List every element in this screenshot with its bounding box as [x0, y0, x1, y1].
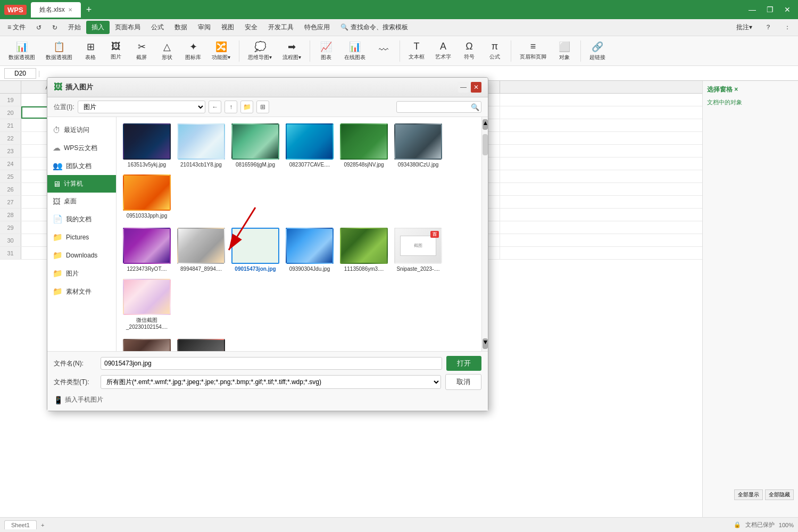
sidebar-downloads[interactable]: 📁 Downloads — [47, 246, 116, 264]
sidebar-pictures[interactable]: 📁 Pictures — [47, 228, 116, 246]
filename-row: 文件名(N): 打开 — [54, 356, 481, 371]
scroll-up-btn[interactable]: ▲ — [483, 119, 488, 130]
file-thumb-12 — [340, 228, 388, 264]
phone-insert-btn[interactable]: 📱 插入手机图片 — [54, 395, 103, 404]
sidebar-materials[interactable]: 📁 素材文件 — [47, 282, 116, 301]
file-item-10[interactable]: 09015473jon.jpg — [231, 228, 279, 272]
sidebar-wps-cloud-label: WPS云文档 — [64, 144, 97, 153]
file-thumb-15 — [123, 339, 171, 351]
location-select[interactable]: 图片 — [78, 101, 206, 113]
file-item-5[interactable]: 0928548sjNV.jpg — [340, 123, 388, 168]
dialog-scrollbar[interactable]: ▲ ▼ — [481, 117, 488, 351]
file-item-6[interactable]: 0934380lCzU.jpg — [394, 123, 442, 168]
sidebar-computer[interactable]: 🖥 计算机 — [47, 175, 116, 193]
file-grid[interactable]: 163513v5ykj.jpg 210143cb1Y8.jpg 0816596t… — [117, 117, 481, 351]
file-thumb-1 — [123, 123, 171, 160]
file-grid-row-2: 1223473RyOT.... 8994847_8994.... 0901547… — [123, 228, 475, 330]
nav-up-btn[interactable]: ↑ — [225, 101, 237, 113]
sidebar-team-docs[interactable]: 👥 团队文档 — [47, 157, 116, 175]
filename-label: 文件名(N): — [54, 359, 96, 368]
file-label-1: 163513v5ykj.jpg — [123, 161, 171, 168]
location-label: 位置(I): — [54, 103, 74, 112]
file-label-7: 0951033Jpph.jpg — [123, 212, 171, 219]
search-wrapper: 🔍 — [396, 101, 481, 113]
sidebar-team-docs-label: 团队文档 — [66, 162, 92, 171]
dialog-title-icon: 🖼 — [54, 82, 62, 92]
dialog-minimize-btn[interactable]: — — [458, 82, 469, 93]
file-search-input[interactable] — [396, 101, 481, 113]
file-item-8[interactable]: 1223473RyOT.... — [123, 228, 171, 272]
sidebar-desktop[interactable]: 🖼 桌面 — [47, 193, 116, 210]
dialog-footer: 文件名(N): 打开 文件类型(T): 所有图片(*.emf;*.wmf;*.j… — [47, 351, 488, 411]
file-item-16[interactable]: 微信图片_20230313095.... — [177, 339, 225, 351]
file-label-4: 0823077CAVE.... — [286, 161, 334, 168]
filetype-row: 文件类型(T): 所有图片(*.emf;*.wmf;*.jpg;*.jpeg;*… — [54, 374, 481, 390]
insert-image-dialog: 🖼 插入图片 — ✕ 位置(I): 图片 ← ↑ 📁 ⊞ 🔍 — [47, 77, 488, 411]
file-item-14[interactable]: 微信截图_20230102154.... — [123, 279, 171, 330]
file-label-11: 09390304Jdu.jpg — [286, 265, 334, 272]
sidebar-desktop-label: 桌面 — [64, 197, 77, 206]
file-item-15[interactable]: 微信图片_20230307153.... — [123, 339, 171, 351]
cancel-button[interactable]: 取消 — [445, 374, 481, 390]
file-label-12: 11135086ym3.... — [340, 265, 388, 272]
nav-back-btn[interactable]: ← — [209, 101, 221, 113]
file-thumb-3 — [231, 123, 279, 160]
sidebar-images[interactable]: 📁 图片 — [47, 264, 116, 282]
file-thumb-13: 百 截图 — [394, 228, 442, 264]
file-label-9: 8994847_8994.... — [177, 265, 225, 272]
file-label-14: 微信截图_20230102154.... — [123, 317, 171, 330]
downloads-folder-icon: 📁 — [53, 251, 63, 260]
file-item-3[interactable]: 0816596tjgM.jpg — [231, 123, 279, 168]
nav-view-btn[interactable]: ⊞ — [256, 101, 269, 113]
file-thumb-8 — [123, 228, 171, 264]
file-label-3: 0816596tjgM.jpg — [231, 161, 279, 168]
open-button[interactable]: 打开 — [446, 356, 481, 371]
dialog-title-text: 插入图片 — [65, 82, 93, 92]
file-item-11[interactable]: 09390304Jdu.jpg — [286, 228, 334, 272]
computer-icon: 🖥 — [53, 179, 61, 188]
materials-folder-icon: 📁 — [53, 287, 63, 296]
sidebar-recent-label: 最近访问 — [64, 126, 89, 135]
my-docs-icon: 📄 — [53, 214, 63, 224]
file-thumb-10 — [231, 228, 279, 264]
file-label-2: 210143cb1Y8.jpg — [177, 161, 225, 168]
file-item-12[interactable]: 11135086ym3.... — [340, 228, 388, 272]
dialog-toolbar: 位置(I): 图片 ← ↑ 📁 ⊞ 🔍 — [47, 97, 488, 117]
dialog-controls: — ✕ — [458, 82, 481, 93]
dialog-overlay: 🖼 插入图片 — ✕ 位置(I): 图片 ← ↑ 📁 ⊞ 🔍 — [0, 0, 798, 532]
sidebar-materials-label: 素材文件 — [66, 287, 92, 296]
recent-icon: ⏱ — [53, 126, 61, 135]
file-item-7[interactable]: 0951033Jpph.jpg — [123, 174, 171, 219]
pictures-folder-icon: 📁 — [53, 232, 63, 242]
scrollbar-thumb[interactable] — [483, 134, 488, 155]
file-label-6: 0934380lCzU.jpg — [394, 161, 442, 168]
nav-new-folder-btn[interactable]: 📁 — [240, 101, 253, 113]
file-item-9[interactable]: 8994847_8994.... — [177, 228, 225, 272]
search-icon[interactable]: 🔍 — [471, 103, 479, 111]
file-thumb-11 — [286, 228, 334, 264]
sidebar-wps-cloud[interactable]: ☁ WPS云文档 — [47, 139, 116, 157]
file-label-10: 09015473jon.jpg — [231, 265, 279, 272]
filename-input[interactable] — [101, 357, 442, 370]
file-item-2[interactable]: 210143cb1Y8.jpg — [177, 123, 225, 168]
sidebar-recent[interactable]: ⏱ 最近访问 — [47, 121, 116, 139]
filetype-select[interactable]: 所有图片(*.emf;*.wmf;*.jpg;*.jpeg;*.jpe;*.pn… — [101, 375, 441, 389]
file-label-13: Snipaste_2023-.... — [394, 265, 442, 272]
sidebar-my-docs[interactable]: 📄 我的文档 — [47, 210, 116, 228]
file-label-8: 1223473RyOT.... — [123, 265, 171, 272]
file-thumb-9 — [177, 228, 225, 264]
sidebar-pictures-label: Pictures — [66, 234, 89, 241]
dialog-body: ⏱ 最近访问 ☁ WPS云文档 👥 团队文档 🖥 计算机 🖼 桌面 — [47, 117, 488, 351]
file-thumb-7 — [123, 174, 171, 211]
filetype-label: 文件类型(T): — [54, 378, 96, 387]
phone-insert-label: 插入手机图片 — [65, 395, 103, 404]
dialog-title-area: 🖼 插入图片 — [54, 82, 93, 92]
dialog-close-btn[interactable]: ✕ — [471, 82, 481, 93]
sidebar-computer-label: 计算机 — [64, 179, 83, 188]
file-item-13[interactable]: 百 截图 Snipaste_2023-.... — [394, 228, 442, 272]
file-item-4[interactable]: 0823077CAVE.... — [286, 123, 334, 168]
dialog-titlebar: 🖼 插入图片 — ✕ — [47, 78, 488, 97]
scroll-down-btn[interactable]: ▼ — [483, 338, 488, 349]
file-item-1[interactable]: 163513v5ykj.jpg — [123, 123, 171, 168]
team-docs-icon: 👥 — [53, 161, 63, 171]
